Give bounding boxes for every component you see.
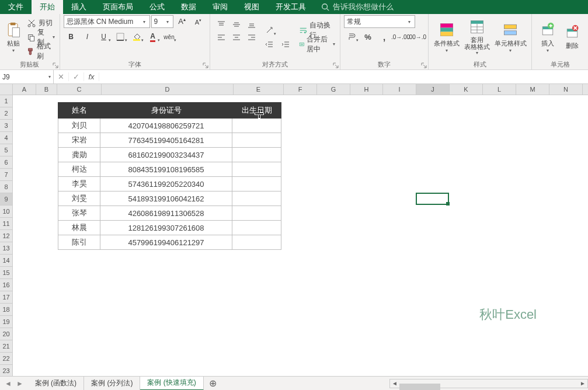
table-cell[interactable] bbox=[232, 162, 281, 177]
row-header-15[interactable]: 15 bbox=[0, 267, 13, 279]
sheet-tab-1[interactable]: 案例 (函数法) bbox=[28, 377, 84, 391]
fill-handle[interactable] bbox=[446, 202, 450, 206]
scroll-right-button[interactable]: ► bbox=[578, 380, 587, 386]
font-name-combo[interactable]: 思源黑体 CN Medium▾ bbox=[64, 15, 150, 28]
column-header-F[interactable]: F bbox=[284, 84, 317, 95]
column-header-K[interactable]: K bbox=[450, 84, 483, 95]
column-header-B[interactable]: B bbox=[36, 84, 57, 95]
row-header-9[interactable]: 9 bbox=[0, 193, 13, 206]
increase-indent-button[interactable] bbox=[278, 38, 293, 51]
column-header-A[interactable]: A bbox=[13, 84, 36, 95]
format-painter-button[interactable]: 格式刷 bbox=[26, 45, 56, 58]
underline-button[interactable]: U bbox=[96, 30, 112, 43]
row-header-7[interactable]: 7 bbox=[0, 169, 13, 181]
fill-color-button[interactable] bbox=[129, 30, 144, 43]
column-header-D[interactable]: D bbox=[102, 84, 234, 95]
sheet-tab-2[interactable]: 案例 (分列法) bbox=[84, 377, 140, 391]
tab-developer[interactable]: 开发工具 bbox=[267, 0, 314, 14]
orientation-button[interactable] bbox=[262, 24, 277, 37]
sheet-nav-prev-button[interactable]: ◄ bbox=[5, 379, 12, 388]
row-header-19[interactable]: 19 bbox=[0, 316, 13, 328]
format-as-table-button[interactable]: 套用 表格格式▾ bbox=[461, 16, 493, 58]
align-left-button[interactable] bbox=[214, 31, 229, 44]
scroll-left-button[interactable]: ◄ bbox=[390, 380, 399, 386]
tab-data[interactable]: 数据 bbox=[173, 0, 204, 14]
tab-formulas[interactable]: 公式 bbox=[141, 0, 173, 14]
table-cell[interactable]: 李昊 bbox=[58, 177, 100, 191]
decrease-decimal-button[interactable]: .00→.0 bbox=[409, 30, 425, 43]
align-top-button[interactable] bbox=[214, 18, 229, 31]
column-header-J[interactable]: J bbox=[416, 84, 450, 95]
column-header-M[interactable]: M bbox=[516, 84, 549, 95]
table-cell[interactable]: 420704198806259721 bbox=[100, 119, 232, 133]
table-cell[interactable] bbox=[232, 148, 281, 162]
row-header-21[interactable]: 21 bbox=[0, 340, 13, 353]
column-header-I[interactable]: I bbox=[383, 84, 416, 95]
phonetic-button[interactable]: wěn bbox=[162, 30, 177, 43]
increase-font-button[interactable]: A▴ bbox=[175, 15, 190, 28]
table-cell[interactable]: 刘旻 bbox=[58, 191, 100, 206]
table-cell[interactable] bbox=[232, 191, 281, 206]
decrease-indent-button[interactable] bbox=[262, 38, 277, 51]
table-cell[interactable]: 776345199405164281 bbox=[100, 133, 232, 148]
font-size-combo[interactable]: 9▾ bbox=[151, 15, 173, 28]
table-cell[interactable]: 龚勋 bbox=[58, 148, 100, 162]
tab-file[interactable]: 文件 bbox=[0, 0, 32, 14]
table-cell[interactable]: 林晨 bbox=[58, 221, 100, 235]
row-header-5[interactable]: 5 bbox=[0, 144, 13, 156]
table-cell[interactable]: 刘贝 bbox=[58, 119, 100, 133]
dialog-launcher-icon[interactable] bbox=[53, 62, 58, 68]
align-right-button[interactable] bbox=[244, 31, 259, 44]
table-cell[interactable]: 陈引 bbox=[58, 235, 100, 250]
table-cell[interactable]: 808435199108196585 bbox=[100, 162, 232, 177]
paste-button[interactable]: 粘贴▾ bbox=[4, 16, 24, 58]
accounting-format-button[interactable] bbox=[344, 30, 359, 43]
table-cell[interactable]: 张琴 bbox=[58, 206, 100, 221]
row-header-10[interactable]: 10 bbox=[0, 206, 13, 218]
select-all-corner[interactable] bbox=[0, 84, 13, 95]
number-format-combo[interactable]: 常规▾ bbox=[344, 15, 415, 28]
table-cell[interactable]: 457996199406121297 bbox=[100, 235, 232, 250]
delete-cells-button[interactable]: 删除 bbox=[560, 16, 584, 58]
tab-view[interactable]: 视图 bbox=[236, 0, 267, 14]
table-cell[interactable]: 541893199106042162 bbox=[100, 191, 232, 206]
column-header-C[interactable]: C bbox=[57, 84, 102, 95]
table-cell[interactable]: 128126199307261608 bbox=[100, 221, 232, 235]
table-cell[interactable] bbox=[232, 235, 281, 250]
border-button[interactable] bbox=[113, 30, 128, 43]
row-header-22[interactable]: 22 bbox=[0, 353, 13, 365]
dialog-launcher-icon[interactable] bbox=[203, 62, 208, 68]
cancel-entry-button[interactable]: ✕ bbox=[54, 72, 69, 81]
table-cell[interactable] bbox=[232, 206, 281, 221]
dialog-launcher-icon[interactable] bbox=[421, 62, 427, 68]
comma-button[interactable]: , bbox=[377, 30, 392, 43]
tab-review[interactable]: 审阅 bbox=[204, 0, 236, 14]
column-header-L[interactable]: L bbox=[483, 84, 516, 95]
column-header-E[interactable]: E bbox=[234, 84, 284, 95]
increase-decimal-button[interactable]: .0→.00 bbox=[393, 30, 408, 43]
decrease-font-button[interactable]: A▾ bbox=[191, 15, 206, 28]
insert-function-button[interactable]: fx bbox=[84, 72, 99, 81]
table-cell[interactable]: 426086198911306528 bbox=[100, 206, 232, 221]
tab-page-layout[interactable]: 页面布局 bbox=[95, 0, 141, 14]
bold-button[interactable]: B bbox=[64, 30, 79, 43]
font-color-button[interactable]: A bbox=[145, 30, 161, 43]
worksheet-grid[interactable]: ABCDEFGHIJKLMN 1234567891011121314151617… bbox=[0, 84, 588, 376]
row-header-3[interactable]: 3 bbox=[0, 120, 13, 132]
row-header-2[interactable]: 2 bbox=[0, 107, 13, 120]
row-header-1[interactable]: 1 bbox=[0, 95, 13, 107]
italic-button[interactable]: I bbox=[80, 30, 95, 43]
row-header-6[interactable]: 6 bbox=[0, 156, 13, 169]
dialog-launcher-icon[interactable] bbox=[333, 62, 339, 68]
row-header-23[interactable]: 23 bbox=[0, 365, 13, 376]
row-header-16[interactable]: 16 bbox=[0, 279, 13, 291]
align-middle-button[interactable] bbox=[229, 18, 244, 31]
table-cell[interactable] bbox=[232, 119, 281, 133]
percent-button[interactable]: % bbox=[360, 30, 375, 43]
column-header-G[interactable]: G bbox=[317, 84, 350, 95]
row-header-20[interactable]: 20 bbox=[0, 328, 13, 340]
column-header-N[interactable]: N bbox=[549, 84, 583, 95]
insert-cells-button[interactable]: 插入▾ bbox=[535, 16, 560, 58]
table-header[interactable]: 身份证号 bbox=[100, 103, 232, 119]
horizontal-scrollbar[interactable]: ◄ ► bbox=[389, 379, 588, 388]
